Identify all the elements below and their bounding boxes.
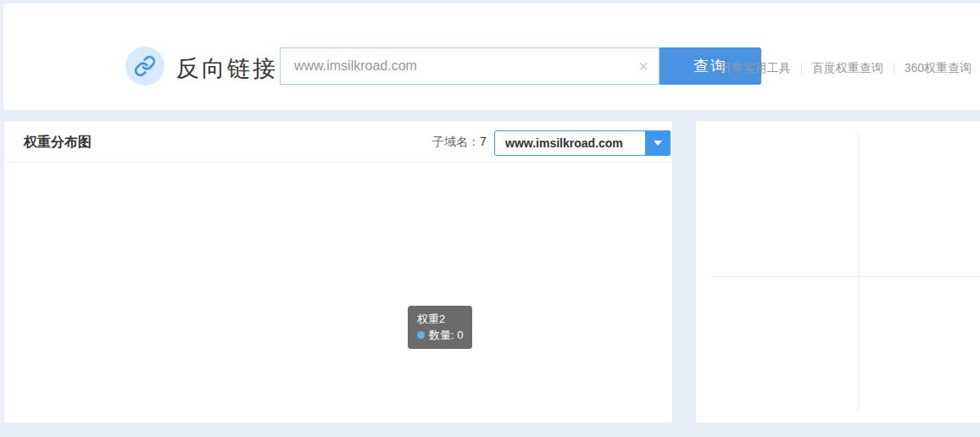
page-title: 反向链接 — [176, 53, 278, 84]
series-dot-icon — [417, 331, 425, 339]
header-link-3[interactable]: 360权重查询 — [905, 61, 972, 76]
panel-header: 权重分布图 子域名：7 www.imsilkroad.com — [4, 121, 672, 163]
divider — [801, 64, 802, 75]
header-link-2[interactable]: 百度权重查询 — [812, 61, 883, 76]
subdomain-count: 7 — [480, 135, 487, 148]
tooltip-series: 数量: 0 — [417, 327, 463, 343]
chevron-down-icon[interactable] — [645, 130, 671, 156]
header-link-1[interactable]: 日常实用工具 — [720, 61, 791, 76]
chart-tooltip: 权重2 数量: 0 — [408, 306, 472, 349]
page: 反向链接 × 查询 日常实用工具百度权重查询360权重查询 权重分布图 子域名：… — [0, 0, 980, 437]
subdomain-count-label: 子域名：7 — [432, 135, 487, 150]
header-links: 日常实用工具百度权重查询360权重查询 — [720, 61, 972, 76]
weight-distribution-panel: 权重分布图 子域名：7 www.imsilkroad.com 权重2 数量: 0 — [3, 120, 673, 423]
header: 反向链接 × 查询 日常实用工具百度权重查询360权重查询 — [3, 3, 980, 110]
close-icon[interactable]: × — [634, 57, 653, 75]
domain-dropdown[interactable]: www.imsilkroad.com — [494, 130, 671, 156]
divider — [858, 133, 859, 412]
stats-panel — [695, 120, 980, 423]
domain-dropdown-value: www.imsilkroad.com — [505, 136, 623, 150]
panel-title: 权重分布图 — [24, 134, 92, 152]
chain-link-icon — [125, 47, 164, 86]
tooltip-value: 0 — [457, 329, 463, 341]
divider — [710, 276, 980, 277]
search-input[interactable] — [280, 47, 660, 85]
divider — [894, 64, 894, 75]
tooltip-title: 权重2 — [417, 311, 463, 327]
